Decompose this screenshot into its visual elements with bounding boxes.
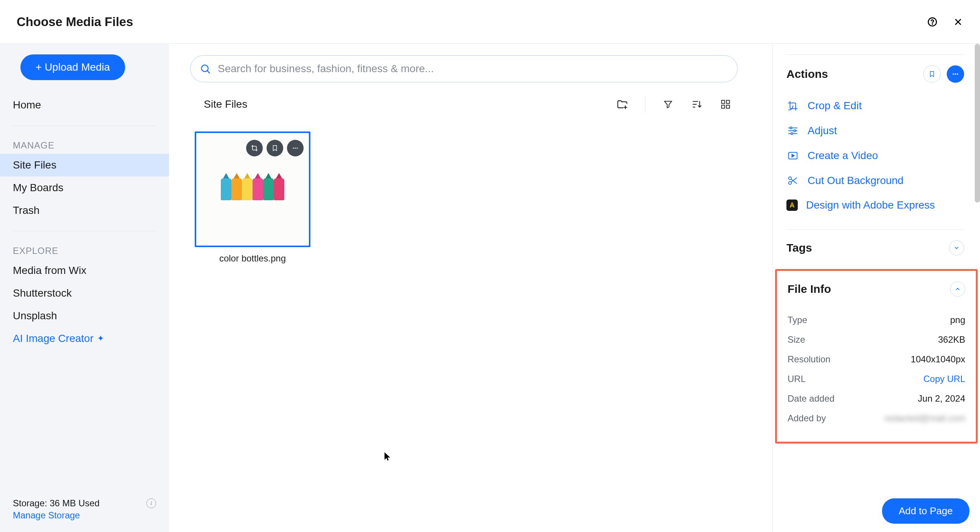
label: Date added [788, 393, 834, 404]
svg-point-9 [297, 148, 298, 149]
svg-point-13 [790, 127, 792, 129]
value: 362KB [938, 334, 965, 345]
adjust-icon [786, 124, 799, 137]
value: Jun 2, 2024 [918, 393, 965, 404]
bookmark-icon[interactable] [267, 140, 283, 156]
scrollbar[interactable] [975, 44, 980, 203]
explore-section-label: EXPLORE [0, 240, 169, 259]
svg-point-2 [202, 65, 208, 72]
upload-media-button[interactable]: + Upload Media [21, 54, 125, 80]
manage-storage-link[interactable]: Manage Storage [13, 510, 156, 521]
thumbnail-image [221, 178, 284, 200]
file-info-url: URL Copy URL [788, 369, 965, 389]
more-actions-icon[interactable] [947, 65, 964, 83]
divider [13, 231, 156, 231]
more-icon[interactable] [287, 140, 304, 156]
svg-point-10 [953, 73, 954, 75]
action-adobe-express[interactable]: A Design with Adobe Express [786, 193, 964, 217]
breadcrumb-current: Site Files [204, 98, 247, 110]
label: URL [788, 374, 806, 384]
nav-ai-image-creator[interactable]: AI Image Creator ✦ [0, 327, 169, 350]
crop-icon [786, 99, 799, 112]
search-bar[interactable] [190, 55, 738, 83]
svg-point-7 [293, 148, 294, 149]
header-controls [927, 17, 963, 27]
svg-rect-4 [726, 100, 729, 103]
storage-text: Storage: 36 MB Used [13, 498, 99, 508]
sort-icon[interactable] [691, 98, 703, 110]
content-toolbar: Site Files [190, 96, 738, 113]
action-label: Design with Adobe Express [806, 199, 935, 211]
video-icon [786, 149, 799, 162]
divider [786, 54, 964, 55]
action-create-video[interactable]: Create a Video [786, 143, 964, 168]
file-info-size: Size 362KB [788, 330, 965, 349]
nav-home[interactable]: Home [0, 94, 169, 116]
svg-point-12 [957, 73, 958, 75]
divider [13, 125, 156, 126]
filter-icon[interactable] [662, 98, 674, 110]
action-crop-edit[interactable]: Crop & Edit [786, 93, 964, 118]
bookmark-icon[interactable] [923, 65, 941, 83]
nav-ai-label: AI Image Creator [13, 332, 93, 345]
media-item[interactable]: color bottles.png [195, 132, 310, 264]
details-panel: Actions Crop & Edit Adjust [772, 44, 980, 532]
actions-header: Actions [786, 65, 964, 83]
media-thumbnail[interactable] [195, 132, 310, 247]
label: Size [788, 334, 805, 345]
sparkle-icon: ✦ [97, 333, 104, 343]
search-input[interactable] [218, 63, 728, 75]
value: redacted@mail.com [885, 413, 965, 424]
label: Added by [788, 413, 826, 424]
svg-point-1 [932, 24, 932, 24]
search-icon [200, 63, 211, 75]
crop-icon[interactable] [246, 140, 263, 156]
modal-header: Choose Media Files [0, 0, 980, 44]
modal-title: Choose Media Files [17, 15, 133, 29]
adobe-icon: A [786, 200, 798, 211]
add-to-page-button[interactable]: Add to Page [882, 499, 969, 524]
nav-site-files[interactable]: Site Files [0, 154, 169, 176]
copy-url-link[interactable]: Copy URL [923, 374, 965, 384]
action-label: Adjust [808, 125, 837, 137]
chevron-down-icon[interactable] [949, 240, 964, 256]
sidebar: + Upload Media Home MANAGE Site Files My… [0, 44, 169, 532]
nav-my-boards[interactable]: My Boards [0, 176, 169, 199]
main-content: Site Files [169, 44, 772, 532]
thumb-overlay-actions [246, 140, 304, 156]
close-icon[interactable] [953, 17, 963, 27]
svg-point-8 [295, 148, 296, 149]
file-info-title: File Info [788, 283, 831, 295]
svg-point-15 [791, 133, 793, 135]
nav-media-from-wix[interactable]: Media from Wix [0, 259, 169, 282]
grid-view-icon[interactable] [719, 98, 732, 110]
action-adjust[interactable]: Adjust [786, 118, 964, 143]
help-icon[interactable] [927, 17, 938, 27]
svg-rect-5 [722, 105, 725, 108]
scissors-icon [786, 174, 799, 187]
value: 1040x1040px [911, 354, 965, 365]
file-info-resolution: Resolution 1040x1040px [788, 349, 965, 369]
file-info-date-added: Date added Jun 2, 2024 [788, 389, 965, 408]
action-label: Crop & Edit [808, 100, 862, 112]
toolbar-actions [616, 96, 732, 113]
chevron-up-icon[interactable] [950, 281, 965, 297]
nav-shutterstock[interactable]: Shutterstock [0, 282, 169, 305]
file-info-section: File Info Type png Size 362KB Resolution… [775, 269, 978, 443]
nav-unsplash[interactable]: Unsplash [0, 305, 169, 327]
sidebar-footer: Storage: 36 MB Used i Manage Storage [13, 498, 156, 521]
media-filename: color bottles.png [219, 253, 286, 264]
svg-point-14 [794, 130, 796, 132]
nav-trash[interactable]: Trash [0, 199, 169, 222]
label: Type [788, 315, 807, 325]
svg-rect-6 [726, 105, 729, 108]
svg-point-11 [955, 73, 956, 75]
value: png [950, 315, 965, 325]
action-cut-out-background[interactable]: Cut Out Background [786, 168, 964, 193]
svg-rect-3 [722, 100, 725, 103]
new-folder-icon[interactable] [616, 98, 628, 110]
info-icon[interactable]: i [146, 499, 156, 508]
file-info-type: Type png [788, 310, 965, 330]
label: Resolution [788, 354, 830, 365]
manage-section-label: MANAGE [0, 135, 169, 154]
